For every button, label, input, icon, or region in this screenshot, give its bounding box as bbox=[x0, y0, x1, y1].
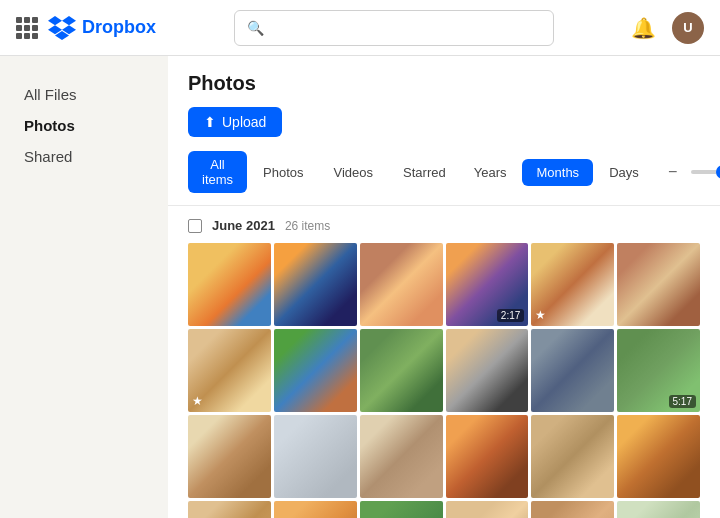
view-tab-months[interactable]: Months bbox=[522, 159, 593, 186]
photo-cell[interactable] bbox=[531, 501, 614, 518]
photo-cell[interactable] bbox=[531, 329, 614, 412]
video-duration-badge: 2:17 bbox=[497, 309, 524, 322]
sidebar-item-all-files[interactable]: All Files bbox=[16, 80, 152, 109]
filter-tab-photos[interactable]: Photos bbox=[249, 151, 317, 193]
photo-cell[interactable] bbox=[274, 415, 357, 498]
photo-cell[interactable] bbox=[446, 329, 529, 412]
logo[interactable]: Dropbox bbox=[48, 14, 156, 42]
section-header: June 2021 26 items bbox=[188, 218, 700, 233]
upload-button[interactable]: ⬆ Upload bbox=[188, 107, 282, 137]
dropbox-logo-icon bbox=[48, 14, 76, 42]
photo-cell[interactable] bbox=[360, 501, 443, 518]
photo-cell[interactable] bbox=[617, 501, 700, 518]
page-title: Photos bbox=[188, 72, 700, 95]
photo-cell[interactable]: 5:17 bbox=[617, 329, 700, 412]
photo-cell[interactable] bbox=[360, 243, 443, 326]
filter-tab-all-items[interactable]: All items bbox=[188, 151, 247, 193]
search-icon: 🔍 bbox=[247, 20, 264, 36]
sidebar-item-photos[interactable]: Photos bbox=[16, 111, 152, 140]
photo-cell[interactable] bbox=[446, 501, 529, 518]
photo-cell[interactable] bbox=[617, 243, 700, 326]
zoom-control: − + bbox=[661, 160, 720, 184]
photo-cell[interactable] bbox=[360, 415, 443, 498]
photo-cell[interactable] bbox=[188, 415, 271, 498]
apps-grid-icon[interactable] bbox=[16, 17, 38, 39]
view-tab-years[interactable]: Years bbox=[460, 159, 521, 186]
photo-cell[interactable] bbox=[188, 243, 271, 326]
photo-cell[interactable] bbox=[274, 243, 357, 326]
section-count: 26 items bbox=[285, 219, 330, 233]
sidebar: All Files Photos Shared bbox=[0, 56, 168, 518]
photos-section: June 2021 26 items 2:17★★5:17 bbox=[168, 206, 720, 518]
sidebar-item-shared[interactable]: Shared bbox=[16, 142, 152, 171]
top-navigation: Dropbox 🔍 🔔 U bbox=[0, 0, 720, 56]
main-content: Photos ⬆ Upload All items Photos Videos … bbox=[168, 56, 720, 518]
filter-bar: All items Photos Videos Starred Years Mo… bbox=[168, 151, 720, 206]
photo-cell[interactable]: ★ bbox=[188, 329, 271, 412]
photo-cell[interactable]: 2:17 bbox=[446, 243, 529, 326]
upload-icon: ⬆ bbox=[204, 114, 216, 130]
video-duration-badge: 5:17 bbox=[669, 395, 696, 408]
user-avatar[interactable]: U bbox=[672, 12, 704, 44]
photo-cell[interactable] bbox=[446, 415, 529, 498]
notifications-icon[interactable]: 🔔 bbox=[631, 16, 656, 40]
upload-label: Upload bbox=[222, 114, 266, 130]
starred-icon: ★ bbox=[535, 308, 546, 322]
photo-cell[interactable] bbox=[188, 501, 271, 518]
section-title: June 2021 bbox=[212, 218, 275, 233]
logo-text: Dropbox bbox=[82, 17, 156, 38]
zoom-slider[interactable] bbox=[691, 170, 720, 174]
search-bar[interactable]: 🔍 bbox=[234, 10, 554, 46]
view-tab-days[interactable]: Days bbox=[595, 159, 653, 186]
filter-tab-videos[interactable]: Videos bbox=[320, 151, 388, 193]
photo-cell[interactable] bbox=[274, 501, 357, 518]
search-input[interactable] bbox=[272, 20, 541, 36]
photo-grid: 2:17★★5:17 bbox=[188, 243, 700, 518]
photo-cell[interactable] bbox=[617, 415, 700, 498]
photo-cell[interactable] bbox=[531, 415, 614, 498]
zoom-out-button[interactable]: − bbox=[661, 160, 685, 184]
view-tab-group: Years Months Days bbox=[460, 159, 653, 186]
photo-cell[interactable]: ★ bbox=[531, 243, 614, 326]
filter-tab-group: All items Photos Videos Starred bbox=[188, 151, 460, 193]
section-select-checkbox[interactable] bbox=[188, 219, 202, 233]
filter-tab-starred[interactable]: Starred bbox=[389, 151, 460, 193]
starred-icon: ★ bbox=[192, 394, 203, 408]
photo-cell[interactable] bbox=[360, 329, 443, 412]
photo-cell[interactable] bbox=[274, 329, 357, 412]
